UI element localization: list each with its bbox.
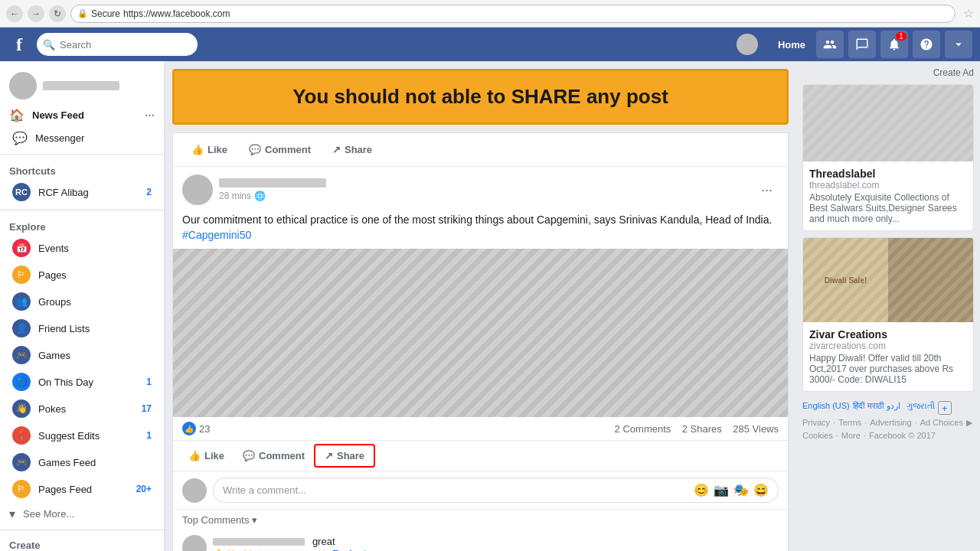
likes-count: 23	[199, 423, 210, 435]
bookmark-icon[interactable]: ☆	[963, 6, 974, 21]
post-time: 28 mins 🌐	[219, 191, 749, 201]
emoji-icon[interactable]: 😊	[694, 483, 709, 497]
share-button-top[interactable]: ↗ Share	[323, 139, 381, 160]
search-input[interactable]	[60, 39, 182, 51]
share-button-bottom[interactable]: ↗ Share	[314, 444, 375, 468]
create-ad-button[interactable]: Create Ad	[802, 67, 974, 78]
pages-icon: 🏳	[12, 266, 31, 284]
lang-hi[interactable]: हिंदी	[853, 401, 864, 415]
like-button-bottom[interactable]: 👍 Like	[179, 445, 234, 466]
help-nav-icon[interactable]	[913, 31, 940, 58]
footer-advertising[interactable]: Advertising	[870, 418, 911, 428]
sidebar-item-games[interactable]: 🎮 Games	[3, 342, 161, 368]
sidebar-groups-label: Groups	[38, 296, 152, 308]
rcf-alibag-icon: RC	[12, 183, 31, 201]
add-language-button[interactable]: +	[938, 401, 952, 415]
lang-mr[interactable]: मराठी	[867, 401, 884, 415]
ad1-images	[803, 85, 973, 161]
footer-cookies[interactable]: Cookies	[802, 431, 833, 440]
home-link[interactable]: Home	[772, 36, 812, 54]
explore-header: Explore	[0, 215, 164, 234]
sidebar-item-suggest-edits[interactable]: 📍 Suggest Edits 1	[3, 422, 161, 448]
post-content: Our commitment to ethical practice is on…	[173, 213, 788, 249]
comment-button-top[interactable]: 💬 Comment	[240, 139, 320, 160]
like-icon-top: 👍	[191, 144, 204, 155]
sidebar-item-friend-lists[interactable]: 👤 Friend Lists	[3, 315, 161, 341]
post-privacy-icon: 🌐	[254, 191, 266, 201]
comment-input-area: Write a comment... 😊 📷 🎭 😄	[173, 471, 788, 509]
sidebar-item-events[interactable]: 📅 Events	[3, 235, 161, 261]
camera-icon[interactable]: 📷	[714, 483, 729, 497]
fb-right-sidebar: Create Ad Threadslabel threadslabel.com …	[796, 61, 980, 551]
news-feed-options-icon[interactable]: ···	[145, 109, 155, 122]
sidebar-item-news-feed[interactable]: 🏠 News Feed ···	[0, 104, 164, 126]
footer-more[interactable]: More	[841, 431, 861, 440]
lang-gu[interactable]: ગુજરાતી	[906, 401, 935, 415]
gif-icon[interactable]: 🎭	[733, 483, 749, 497]
fb-main: 🏠 News Feed ··· 💬 Messenger Shortcuts RC…	[0, 61, 980, 551]
messenger-nav-icon[interactable]	[848, 31, 876, 58]
see-more-label: See More...	[23, 508, 74, 520]
comment-author-name	[213, 538, 305, 546]
like-button-top[interactable]: 👍 Like	[182, 139, 237, 160]
sidebar-item-on-this-day[interactable]: 🔵 On This Day 1	[3, 369, 161, 395]
sidebar-profile-name	[43, 81, 119, 90]
comment-icons: 😊 📷 🎭 😄	[694, 483, 769, 497]
friends-nav-icon[interactable]	[816, 31, 844, 58]
see-more-button[interactable]: ▾ See More...	[0, 503, 164, 525]
account-dropdown-icon[interactable]	[945, 31, 972, 58]
sidebar-item-pages[interactable]: 🏳 Pages	[3, 262, 161, 288]
comment-icon-bottom: 💬	[243, 450, 255, 461]
sidebar-news-feed-label: News Feed	[32, 109, 137, 121]
secure-label: Secure	[91, 8, 120, 19]
sidebar-item-messenger[interactable]: 💬 Messenger	[3, 127, 161, 149]
sidebar-suggest-edits-label: Suggest Edits	[38, 430, 139, 442]
reload-button[interactable]: ↻	[49, 5, 66, 22]
footer-ad-choices[interactable]: Ad Choices	[920, 418, 963, 428]
header-nav: Home 1	[737, 31, 972, 58]
comment-button-bottom[interactable]: 💬 Comment	[234, 445, 314, 466]
post-stats: 👍 23 2 Comments 2 Shares 285 Views	[173, 417, 788, 441]
comment-author-avatar	[182, 535, 207, 551]
sidebar-item-pages-feed[interactable]: 🏳 Pages Feed 20+	[3, 476, 161, 502]
back-button[interactable]: ←	[6, 5, 23, 22]
shortcuts-header: Shortcuts	[0, 159, 164, 178]
sidebar-profile[interactable]	[0, 67, 164, 104]
comment-label-bottom: Comment	[259, 450, 305, 461]
lang-ur[interactable]: اردو	[887, 401, 900, 415]
footer-terms[interactable]: Terms	[838, 418, 861, 428]
sidebar-item-groups[interactable]: 👥 Groups	[3, 289, 161, 315]
footer-privacy[interactable]: Privacy	[802, 418, 830, 428]
top-comments-header[interactable]: Top Comments ▾	[173, 509, 788, 530]
pokes-icon: 👋	[12, 399, 31, 418]
sidebar-pages-feed-label: Pages Feed	[38, 484, 129, 495]
comment-avatar	[182, 478, 207, 503]
notifications-nav-icon[interactable]: 1	[880, 31, 908, 58]
sticker-icon[interactable]: 😄	[753, 483, 769, 497]
comment-input-field[interactable]: Write a comment... 😊 📷 🎭 😄	[213, 478, 779, 503]
fb-logo: f	[8, 33, 31, 56]
sidebar-games-feed-label: Games Feed	[38, 457, 152, 468]
lang-en[interactable]: English (US)	[802, 401, 850, 415]
top-comments-label: Top Comments	[182, 514, 249, 526]
browser-bar: ← → ↻ 🔒 Secure https://www.facebook.com …	[0, 0, 980, 28]
post-more-button[interactable]: ···	[755, 179, 779, 201]
sidebar-item-pokes[interactable]: 👋 Pokes 17	[3, 396, 161, 422]
ad2-title[interactable]: Zivar Creations	[809, 328, 967, 341]
sidebar-item-rcf-alibag[interactable]: RC RCF Alibag 2	[3, 179, 161, 205]
events-icon: 📅	[12, 239, 31, 257]
ad1-image-left	[803, 85, 888, 161]
forward-button[interactable]: →	[28, 5, 44, 22]
sidebar-item-games-feed[interactable]: 🎮 Games Feed	[3, 449, 161, 475]
ad2-image-left: Diwali Sale!	[803, 238, 888, 322]
sidebar-avatar	[9, 72, 37, 99]
comments-count: 2 Comments	[615, 423, 671, 435]
see-more-arrow: ▾	[9, 507, 15, 521]
ad1-title[interactable]: Threadslabel	[809, 168, 967, 180]
suggest-edits-count: 1	[146, 430, 152, 441]
address-bar[interactable]: 🔒 Secure https://www.facebook.com	[70, 5, 956, 23]
ad2-url: zivarcreations.com	[809, 341, 967, 351]
comment-text: great	[312, 536, 335, 547]
sidebar-friend-lists-label: Friend Lists	[38, 323, 152, 334]
post-hashtag[interactable]: #Capgemini50	[182, 229, 251, 241]
